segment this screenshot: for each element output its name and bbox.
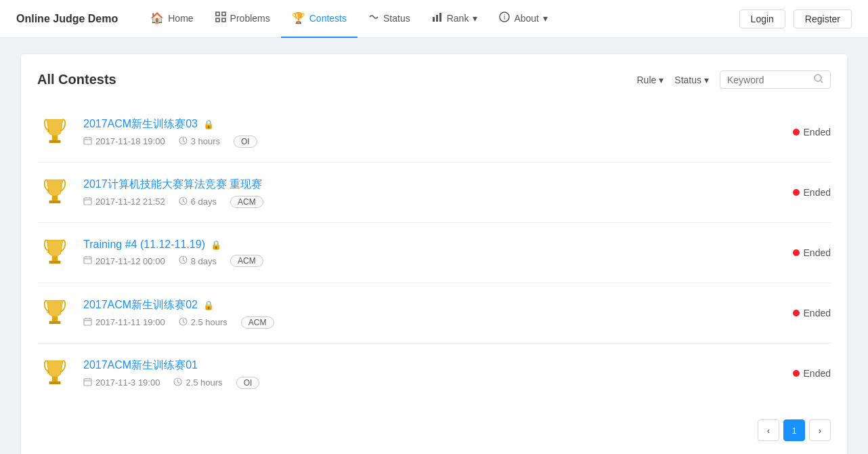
contest-status-2: Ended: [777, 247, 831, 258]
next-page-button[interactable]: ›: [809, 419, 831, 441]
rank-dropdown-icon: ▾: [473, 13, 477, 24]
navbar: Online Judge Demo 🏠 Home Problems 🏆 Cont…: [0, 0, 868, 38]
contests-title: All Contests: [37, 72, 116, 87]
nav-item-problems[interactable]: Problems: [204, 0, 281, 38]
contests-filters: Rule ▾ Status ▾: [637, 70, 831, 89]
contest-info-4: 2017ACM新生训练赛01 2017-11-3 19:00 2.5 hours: [83, 358, 766, 389]
contest-name-2: Training #4 (11.12-11.19) 🔒: [83, 239, 766, 251]
login-button[interactable]: Login: [739, 9, 785, 28]
contest-info-0: 2017ACM新生训练赛03 🔒 2017-11-18 19:00: [83, 117, 766, 148]
current-page-button[interactable]: 1: [783, 419, 805, 441]
contest-meta-2: 2017-11-12 00:00 8 days ACM: [83, 255, 766, 267]
svg-rect-54: [84, 379, 91, 386]
svg-rect-2: [216, 18, 219, 22]
nav-label-home: Home: [168, 13, 193, 24]
search-icon[interactable]: [814, 74, 823, 85]
trophy-icon-1: 1: [37, 175, 72, 210]
contest-name-3: 2017ACM新生训练赛02 🔒: [83, 298, 766, 312]
svg-line-40: [183, 260, 185, 262]
svg-line-60: [178, 382, 180, 384]
problems-icon: [215, 12, 226, 25]
status-filter[interactable]: Status ▾: [674, 75, 709, 85]
calendar-icon-2: [83, 255, 92, 266]
svg-rect-22: [52, 196, 58, 201]
svg-rect-52: [52, 377, 58, 381]
tag-0: OI: [234, 136, 257, 148]
status-label-3: Ended: [804, 308, 831, 318]
search-box: [720, 70, 831, 89]
prev-page-button[interactable]: ‹: [758, 419, 779, 441]
duration-item-0: 3 hours: [179, 136, 220, 147]
home-icon: 🏠: [150, 12, 164, 24]
contest-info-3: 2017ACM新生训练赛02 🔒 2017-11-11 19:00: [83, 298, 766, 329]
svg-rect-3: [222, 18, 225, 22]
status-dropdown-icon: ▾: [704, 75, 709, 85]
svg-rect-0: [216, 12, 219, 16]
svg-line-20: [183, 141, 185, 142]
status-dot-0: [793, 129, 800, 136]
table-row[interactable]: 1 2017ACM新生训练赛01 2017: [37, 344, 831, 403]
contest-meta-3: 2017-11-11 19:00 2.5 hours ACM: [83, 316, 766, 329]
trophy-icon-0: 1: [37, 115, 72, 150]
nav-item-rank[interactable]: Rank ▾: [421, 0, 489, 38]
svg-text:i: i: [504, 14, 505, 21]
contest-meta-1: 2017-11-12 21:52 6 days ACM: [83, 196, 766, 208]
duration-item-1: 6 days: [179, 197, 217, 207]
svg-rect-4: [433, 17, 435, 22]
register-button[interactable]: Register: [794, 9, 852, 28]
svg-line-30: [183, 201, 185, 203]
status-dot-3: [793, 310, 800, 316]
nav-item-contests[interactable]: 🏆 Contests: [281, 0, 357, 38]
svg-point-9: [815, 75, 821, 81]
about-dropdown-icon: ▾: [543, 13, 548, 24]
lock-icon-0: 🔒: [203, 119, 214, 129]
calendar-icon-3: [83, 317, 92, 328]
tag-2: ACM: [230, 255, 263, 267]
status-label: Status: [674, 75, 701, 85]
clock-icon-4: [173, 377, 182, 388]
contest-name-4: 2017ACM新生训练赛01: [83, 358, 766, 373]
navbar-right: Login Register: [739, 9, 852, 28]
trophy-icon-3: 1: [37, 295, 72, 331]
calendar-icon-1: [83, 197, 92, 207]
nav-item-home[interactable]: 🏠 Home: [139, 0, 204, 38]
svg-rect-12: [52, 136, 58, 140]
pagination: ‹ 1 ›: [37, 419, 831, 441]
contests-header: All Contests Rule ▾ Status ▾: [37, 70, 831, 89]
tag-3: ACM: [241, 316, 274, 329]
main-content: All Contests Rule ▾ Status ▾: [21, 54, 847, 454]
contest-status-3: Ended: [777, 308, 831, 318]
trophy-icon-2: 1: [37, 235, 72, 270]
tag-4: OI: [236, 377, 260, 389]
contest-meta-0: 2017-11-18 19:00 3 hours OI: [83, 136, 766, 148]
svg-rect-42: [52, 316, 58, 321]
date-item-0: 2017-11-18 19:00: [83, 136, 165, 147]
contest-status-1: Ended: [777, 187, 831, 198]
contests-icon: 🏆: [292, 12, 305, 24]
svg-rect-13: [49, 140, 61, 143]
svg-rect-14: [84, 138, 91, 144]
table-row[interactable]: 1 2017ACM新生训练赛03 🔒: [37, 102, 831, 163]
table-row[interactable]: 1 2017计算机技能大赛算法竞赛 重现赛: [37, 163, 831, 223]
contest-list: 1 2017ACM新生训练赛03 🔒: [37, 102, 831, 403]
clock-icon-0: [179, 136, 188, 147]
contest-name-0: 2017ACM新生训练赛03 🔒: [83, 117, 766, 131]
svg-rect-33: [49, 261, 61, 264]
status-dot-2: [793, 249, 800, 256]
svg-rect-32: [52, 256, 58, 261]
table-row[interactable]: 1 Training #4 (11.12-11.19) 🔒: [37, 223, 831, 283]
contest-status-0: Ended: [777, 127, 831, 138]
nav-label-about: About: [514, 13, 539, 24]
svg-rect-24: [84, 198, 91, 205]
rule-dropdown-icon: ▾: [659, 75, 664, 85]
nav-label-problems: Problems: [230, 13, 270, 24]
date-item-4: 2017-11-3 19:00: [83, 377, 160, 388]
calendar-icon-0: [83, 136, 92, 147]
rule-filter[interactable]: Rule ▾: [637, 75, 664, 85]
search-input[interactable]: [727, 75, 808, 85]
nav-item-about[interactable]: i About ▾: [488, 0, 559, 38]
table-row[interactable]: 1 2017ACM新生训练赛02 🔒: [37, 283, 831, 344]
status-label-0: Ended: [804, 127, 831, 138]
nav-item-status[interactable]: Status: [357, 0, 421, 38]
rank-icon: [432, 12, 443, 25]
